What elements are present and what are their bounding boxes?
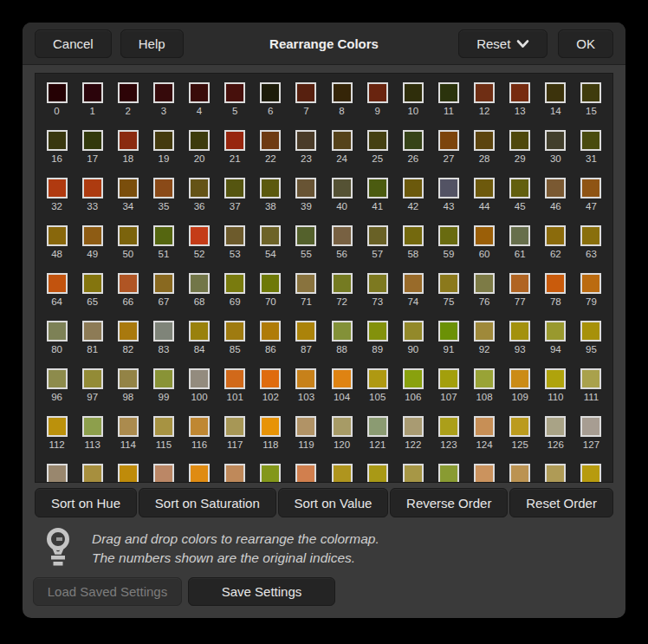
palette-swatch-89[interactable] — [367, 321, 388, 342]
palette-swatch-46[interactable] — [545, 178, 566, 198]
palette-swatch-5[interactable] — [224, 82, 245, 103]
palette-swatch-138[interactable] — [403, 464, 424, 483]
palette-swatch-133[interactable] — [224, 464, 245, 483]
palette-swatch-141[interactable] — [509, 464, 530, 483]
palette-swatch-20[interactable] — [189, 130, 210, 151]
palette-swatch-90[interactable] — [403, 321, 424, 342]
palette-swatch-122[interactable] — [403, 416, 424, 437]
palette-swatch-42[interactable] — [403, 178, 424, 198]
palette-swatch-134[interactable] — [260, 464, 281, 483]
palette-swatch-43[interactable] — [438, 178, 459, 198]
palette-swatch-98[interactable] — [118, 368, 139, 389]
palette-swatch-7[interactable] — [295, 82, 316, 103]
palette-swatch-102[interactable] — [260, 368, 281, 389]
palette-swatch-86[interactable] — [260, 321, 281, 342]
palette-swatch-76[interactable] — [474, 273, 495, 294]
palette-swatch-112[interactable] — [47, 416, 68, 437]
palette-swatch-29[interactable] — [509, 130, 530, 151]
palette-swatch-127[interactable] — [580, 416, 601, 437]
palette-swatch-105[interactable] — [367, 368, 388, 389]
palette-swatch-107[interactable] — [438, 368, 459, 389]
palette-swatch-88[interactable] — [332, 321, 353, 342]
palette-swatch-125[interactable] — [509, 416, 530, 437]
palette-swatch-79[interactable] — [580, 273, 601, 294]
palette-swatch-24[interactable] — [332, 130, 353, 151]
save-settings-button[interactable]: Save Settings — [188, 577, 335, 606]
palette-swatch-96[interactable] — [47, 368, 68, 389]
palette-swatch-33[interactable] — [82, 178, 103, 198]
palette-swatch-15[interactable] — [580, 82, 601, 103]
palette-swatch-52[interactable] — [189, 225, 210, 246]
palette-swatch-63[interactable] — [580, 225, 601, 246]
ok-button[interactable]: OK — [558, 29, 613, 58]
palette-swatch-82[interactable] — [118, 321, 139, 342]
palette-swatch-65[interactable] — [82, 273, 103, 294]
palette-swatch-129[interactable] — [82, 464, 103, 483]
palette-swatch-34[interactable] — [118, 178, 139, 198]
palette-swatch-41[interactable] — [367, 178, 388, 198]
palette-swatch-8[interactable] — [332, 82, 353, 103]
palette-swatch-11[interactable] — [438, 82, 459, 103]
palette-swatch-95[interactable] — [580, 321, 601, 342]
palette-swatch-38[interactable] — [260, 178, 281, 198]
palette-swatch-128[interactable] — [47, 464, 68, 483]
palette-swatch-60[interactable] — [474, 225, 495, 246]
palette-swatch-93[interactable] — [509, 321, 530, 342]
palette-swatch-37[interactable] — [224, 178, 245, 198]
palette-swatch-62[interactable] — [545, 225, 566, 246]
palette-swatch-140[interactable] — [474, 464, 495, 483]
palette-swatch-137[interactable] — [367, 464, 388, 483]
palette-swatch-56[interactable] — [332, 225, 353, 246]
palette-swatch-55[interactable] — [295, 225, 316, 246]
palette-swatch-49[interactable] — [82, 225, 103, 246]
palette-swatch-35[interactable] — [153, 178, 174, 198]
palette-swatch-66[interactable] — [118, 273, 139, 294]
palette-swatch-1[interactable] — [82, 82, 103, 103]
palette-swatch-25[interactable] — [367, 130, 388, 151]
palette-swatch-6[interactable] — [260, 82, 281, 103]
palette-swatch-123[interactable] — [438, 416, 459, 437]
palette-swatch-85[interactable] — [224, 321, 245, 342]
sort-on-value-button[interactable]: Sort on Value — [278, 488, 389, 517]
palette-swatch-45[interactable] — [509, 178, 530, 198]
palette-swatch-106[interactable] — [403, 368, 424, 389]
palette-swatch-99[interactable] — [153, 368, 174, 389]
colormap-panel[interactable]: 0123456789101112131415161718192021222324… — [35, 73, 613, 483]
load-saved-settings-button[interactable]: Load Saved Settings — [33, 577, 182, 606]
palette-swatch-48[interactable] — [47, 225, 68, 246]
palette-swatch-131[interactable] — [153, 464, 174, 483]
palette-swatch-3[interactable] — [153, 82, 174, 103]
palette-swatch-36[interactable] — [189, 178, 210, 198]
palette-swatch-21[interactable] — [224, 130, 245, 151]
palette-swatch-10[interactable] — [403, 82, 424, 103]
palette-swatch-47[interactable] — [580, 178, 601, 198]
palette-swatch-71[interactable] — [295, 273, 316, 294]
palette-swatch-30[interactable] — [545, 130, 566, 151]
palette-swatch-83[interactable] — [153, 321, 174, 342]
palette-swatch-108[interactable] — [474, 368, 495, 389]
palette-swatch-31[interactable] — [580, 130, 601, 151]
reset-dropdown-button[interactable]: Reset — [458, 29, 548, 58]
palette-swatch-22[interactable] — [260, 130, 281, 151]
palette-swatch-68[interactable] — [189, 273, 210, 294]
palette-swatch-126[interactable] — [545, 416, 566, 437]
cancel-button[interactable]: Cancel — [35, 29, 112, 58]
palette-swatch-91[interactable] — [438, 321, 459, 342]
palette-swatch-142[interactable] — [545, 464, 566, 483]
palette-swatch-16[interactable] — [47, 130, 68, 151]
palette-swatch-14[interactable] — [545, 82, 566, 103]
palette-swatch-13[interactable] — [509, 82, 530, 103]
palette-swatch-117[interactable] — [224, 416, 245, 437]
palette-swatch-53[interactable] — [224, 225, 245, 246]
palette-swatch-120[interactable] — [332, 416, 353, 437]
palette-swatch-78[interactable] — [545, 273, 566, 294]
palette-swatch-58[interactable] — [403, 225, 424, 246]
palette-swatch-116[interactable] — [189, 416, 210, 437]
palette-swatch-136[interactable] — [332, 464, 353, 483]
palette-swatch-77[interactable] — [509, 273, 530, 294]
palette-swatch-64[interactable] — [47, 273, 68, 294]
palette-swatch-40[interactable] — [332, 178, 353, 198]
palette-swatch-81[interactable] — [82, 321, 103, 342]
palette-swatch-59[interactable] — [438, 225, 459, 246]
palette-swatch-111[interactable] — [580, 368, 601, 389]
